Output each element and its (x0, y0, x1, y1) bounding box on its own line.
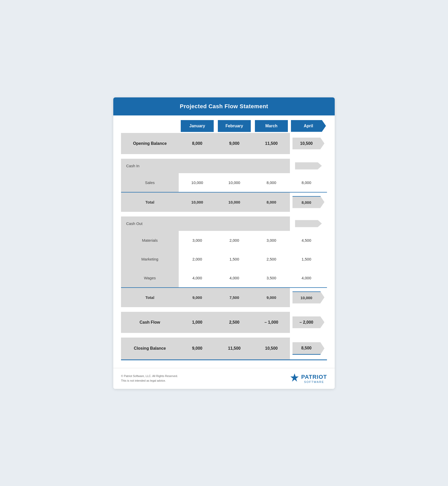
month-cell-february: February (218, 120, 251, 132)
cash-in-label: Cash In (121, 159, 179, 173)
opening-balance-row: Opening Balance 8,000 9,000 11,500 10,50… (121, 133, 327, 154)
month-cell-april: April (291, 120, 326, 132)
spacer-1 (121, 154, 327, 159)
opening-balance-apr: 10,500 (290, 133, 327, 154)
header-february: February (216, 115, 253, 133)
logo-name: PATRIOT (301, 374, 327, 380)
patriot-logo-icon (290, 373, 299, 383)
sales-mar: 8,000 (253, 173, 290, 192)
month-cell-march: March (255, 120, 288, 132)
sales-jan: 10,000 (179, 173, 216, 192)
marketing-label: Marketing (121, 250, 179, 269)
cash-out-total-label: Total (121, 288, 179, 307)
materials-feb: 2,000 (216, 231, 253, 250)
opening-balance-label: Opening Balance (121, 133, 179, 154)
svg-marker-0 (290, 373, 299, 382)
month-cell-january: January (181, 120, 214, 132)
marketing-row: Marketing 2,000 1,500 2,500 1,500 (121, 250, 327, 269)
spacer-4 (121, 333, 327, 338)
cash-out-total-apr: 10,000 (290, 288, 327, 307)
logo-sub: SOFTWARE (301, 380, 327, 383)
sales-row: Sales 10,000 10,000 8,000 8,000 (121, 173, 327, 192)
cash-in-total-mar: 8,000 (253, 192, 290, 212)
wages-mar: 3,500 (253, 269, 290, 288)
cash-out-total-jan: 9,000 (179, 288, 216, 307)
cash-flow-mar: – 1,000 (253, 312, 290, 333)
sales-feb: 10,000 (216, 173, 253, 192)
materials-label: Materials (121, 231, 179, 250)
materials-mar: 3,000 (253, 231, 290, 250)
sales-apr: 8,000 (290, 173, 327, 192)
wages-row: Wages 4,000 4,000 3,500 4,000 (121, 269, 327, 288)
opening-balance-feb: 9,000 (216, 133, 253, 154)
cash-out-total-feb: 7,500 (216, 288, 253, 307)
copyright-text: © Patriot Software, LLC. All Rights Rese… (121, 374, 178, 379)
card: Projected Cash Flow Statement January Fe… (113, 97, 335, 389)
cash-flow-table: January February March April Openin (121, 115, 327, 360)
cash-in-total-row: Total 10,000 10,000 8,000 8,000 (121, 192, 327, 212)
cash-in-total-apr: 8,000 (290, 192, 327, 212)
closing-balance-feb: 11,500 (216, 338, 253, 360)
closing-balance-apr: 8,500 (290, 338, 327, 360)
cash-flow-apr: – 2,000 (290, 312, 327, 333)
cash-flow-jan: 1,000 (179, 312, 216, 333)
logo-text-block: PATRIOT SOFTWARE (301, 374, 327, 383)
sales-label: Sales (121, 173, 179, 192)
footer: © Patriot Software, LLC. All Rights Rese… (113, 368, 335, 389)
marketing-apr: 1,500 (290, 250, 327, 269)
table-title: Projected Cash Flow Statement (113, 97, 335, 115)
footer-text-block: © Patriot Software, LLC. All Rights Rese… (121, 374, 178, 383)
spacer-3 (121, 307, 327, 312)
header-january: January (179, 115, 216, 133)
wages-label: Wages (121, 269, 179, 288)
marketing-jan: 2,000 (179, 250, 216, 269)
materials-apr: 4,500 (290, 231, 327, 250)
wages-feb: 4,000 (216, 269, 253, 288)
spacer-2 (121, 212, 327, 216)
closing-balance-mar: 10,500 (253, 338, 290, 360)
wages-jan: 4,000 (179, 269, 216, 288)
header-march: March (253, 115, 290, 133)
cash-out-total-mar: 9,000 (253, 288, 290, 307)
opening-balance-mar: 11,500 (253, 133, 290, 154)
materials-row: Materials 3,000 2,000 3,000 4,500 (121, 231, 327, 250)
disclaimer-text: This is not intended as legal advice. (121, 379, 178, 383)
wages-apr: 4,000 (290, 269, 327, 288)
cash-flow-feb: 2,500 (216, 312, 253, 333)
cash-out-section-header: Cash Out (121, 216, 327, 231)
cash-in-total-jan: 10,000 (179, 192, 216, 212)
closing-balance-jan: 9,000 (179, 338, 216, 360)
cash-in-total-feb: 10,000 (216, 192, 253, 212)
cash-out-label: Cash Out (121, 216, 179, 231)
materials-jan: 3,000 (179, 231, 216, 250)
marketing-feb: 1,500 (216, 250, 253, 269)
logo: PATRIOT SOFTWARE (290, 373, 327, 384)
cash-flow-row: Cash Flow 1,000 2,500 – 1,000 – 2,000 (121, 312, 327, 333)
cash-in-total-label: Total (121, 192, 179, 212)
closing-balance-row: Closing Balance 9,000 11,500 10,500 8,50… (121, 338, 327, 360)
marketing-mar: 2,500 (253, 250, 290, 269)
table-wrap: January February March April Openin (113, 115, 335, 368)
cash-flow-label: Cash Flow (121, 312, 179, 333)
logo-icon-block (290, 373, 299, 384)
empty-header (121, 115, 179, 133)
opening-balance-jan: 8,000 (179, 133, 216, 154)
cash-out-total-row: Total 9,000 7,500 9,000 10,000 (121, 288, 327, 307)
header-april: April (290, 115, 327, 133)
month-header-row: January February March April (121, 115, 327, 133)
cash-in-section-header: Cash In (121, 159, 327, 173)
closing-balance-label: Closing Balance (121, 338, 179, 360)
